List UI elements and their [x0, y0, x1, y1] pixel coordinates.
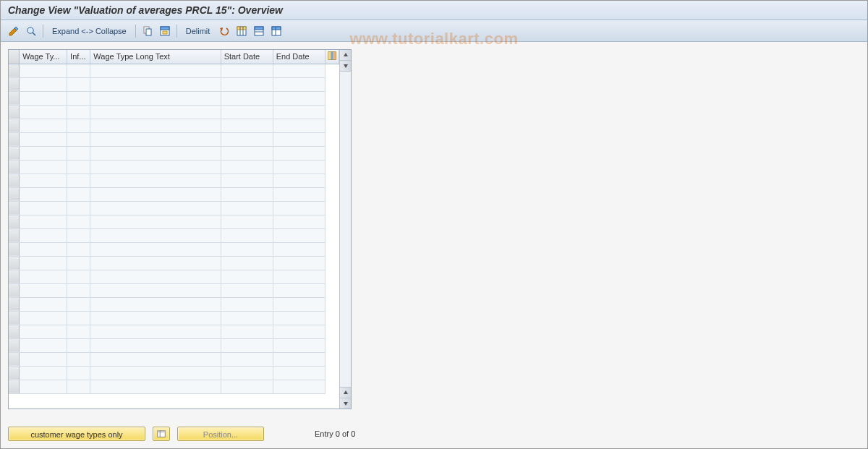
table-settings-icon-2[interactable] — [252, 24, 266, 38]
table-row[interactable] — [9, 242, 339, 256]
expand-collapse-button[interactable]: Expand <-> Collapse — [48, 27, 131, 35]
table-row[interactable] — [9, 215, 339, 228]
scroll-up-icon-2[interactable] — [340, 387, 351, 398]
content-area: Wage Ty... Inf... Wage Type Long Text St… — [1, 42, 867, 416]
delimit-button[interactable]: Delimit — [182, 27, 215, 35]
table-row[interactable] — [9, 380, 339, 393]
col-end-date[interactable]: End Date — [273, 50, 325, 64]
entry-status: Entry 0 of 0 — [315, 429, 355, 438]
svg-rect-18 — [328, 52, 331, 60]
svg-rect-15 — [272, 27, 281, 30]
table-row[interactable] — [9, 256, 339, 270]
table-row[interactable] — [9, 187, 339, 201]
svg-rect-5 — [161, 27, 169, 30]
data-grid: Wage Ty... Inf... Wage Type Long Text St… — [8, 49, 352, 409]
table-row[interactable] — [9, 201, 339, 215]
col-start-date[interactable]: Start Date — [221, 50, 273, 64]
table-row[interactable] — [9, 297, 339, 311]
page-title: Change View "Valuation of averages PRCL … — [8, 4, 283, 16]
table-row[interactable] — [9, 132, 339, 146]
position-button[interactable]: Position... — [177, 427, 264, 441]
select-all-icon[interactable] — [158, 24, 172, 38]
svg-point-0 — [27, 27, 33, 33]
toggle-edit-icon[interactable] — [7, 24, 21, 38]
table-settings-icon-1[interactable] — [234, 24, 249, 38]
table-row[interactable] — [9, 64, 339, 77]
svg-rect-6 — [163, 31, 167, 34]
table-row[interactable] — [9, 311, 339, 325]
svg-rect-22 — [158, 431, 166, 433]
table-row[interactable] — [9, 270, 339, 283]
scroll-down-icon-2[interactable] — [340, 398, 351, 409]
customer-wage-types-button[interactable]: customer wage types only — [8, 427, 145, 441]
separator — [176, 25, 177, 38]
table-row[interactable] — [9, 338, 339, 352]
vertical-scrollbar[interactable] — [339, 50, 351, 409]
table-row[interactable] — [9, 366, 339, 380]
table-row[interactable] — [9, 77, 339, 91]
table-row[interactable] — [9, 160, 339, 174]
sap-window: Change View "Valuation of averages PRCL … — [0, 0, 868, 449]
scrollbar-track[interactable] — [340, 72, 351, 387]
copy-icon[interactable] — [140, 24, 155, 38]
svg-line-1 — [33, 33, 35, 35]
table-row[interactable] — [9, 174, 339, 187]
footer: customer wage types only Position... Ent… — [8, 427, 355, 441]
svg-rect-19 — [331, 52, 333, 60]
table-row[interactable] — [9, 325, 339, 338]
row-select-header[interactable] — [9, 50, 20, 64]
table-row[interactable] — [9, 228, 339, 242]
svg-rect-8 — [237, 27, 246, 30]
details-icon[interactable] — [24, 24, 38, 38]
svg-rect-3 — [146, 29, 151, 35]
title-bar: Change View "Valuation of averages PRCL … — [1, 1, 867, 20]
col-inf[interactable]: Inf... — [67, 50, 90, 64]
scroll-up-icon[interactable] — [340, 50, 351, 61]
toolbar: Expand <-> Collapse Delimit — [1, 20, 867, 42]
table-body — [9, 64, 339, 393]
table-row[interactable] — [9, 91, 339, 105]
col-long-text[interactable]: Wage Type Long Text — [90, 50, 221, 64]
grid-body: Wage Ty... Inf... Wage Type Long Text St… — [9, 50, 339, 409]
table-row[interactable] — [9, 283, 339, 297]
undo-icon[interactable] — [217, 24, 231, 38]
table-row[interactable] — [9, 119, 339, 132]
data-table: Wage Ty... Inf... Wage Type Long Text St… — [9, 50, 339, 394]
col-wage-type[interactable]: Wage Ty... — [20, 50, 67, 64]
scroll-down-icon[interactable] — [340, 61, 351, 72]
svg-rect-20 — [333, 52, 336, 60]
table-row[interactable] — [9, 352, 339, 366]
table-row[interactable] — [9, 146, 339, 160]
position-icon-button[interactable] — [153, 427, 170, 441]
svg-rect-12 — [255, 27, 263, 30]
separator — [135, 25, 136, 38]
table-row[interactable] — [9, 105, 339, 119]
separator — [43, 25, 43, 38]
table-personalize-icon[interactable] — [325, 50, 339, 64]
table-settings-icon-3[interactable] — [269, 24, 284, 38]
